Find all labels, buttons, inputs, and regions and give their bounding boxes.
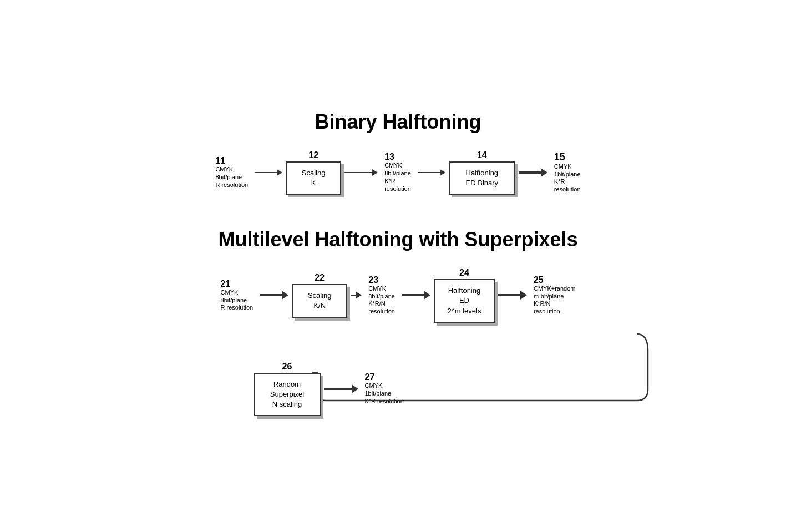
node-25-text: CMYK+randomm-bit/planeK*R/Nresolution [534, 285, 576, 316]
node-15-number: 15 [554, 151, 565, 163]
box-22-wrapper: 22 ScalingK/N [292, 284, 347, 317]
box-14-wrapper: 14 HalftoningED Binary [449, 161, 515, 195]
node-11: 11 CMYK8bit/planeR resolution [215, 156, 248, 189]
node-25-group: 25 CMYK+randomm-bit/planeK*R/Nresolution [530, 275, 579, 316]
box-22-text: ScalingK/N [308, 291, 332, 311]
node-15-text: CMYK1bit/planeK*Rresolution [554, 163, 581, 194]
box-14-text: HalftoningED Binary [466, 168, 499, 188]
box-26-text: RandomSuperpixelN scaling [270, 379, 304, 410]
box-12: ScalingK [286, 161, 341, 195]
box-14: HalftoningED Binary [449, 161, 515, 195]
node-21-number: 21 [221, 279, 231, 289]
box-12-wrapper: 12 ScalingK [286, 161, 341, 195]
node-21-text: CMYK8bit/planeR resolution [221, 289, 253, 312]
curve-section [165, 328, 631, 406]
node-13-text: CMYK8bit/planeK*Rresolution [384, 162, 411, 192]
node-11-number: 11 [215, 156, 225, 166]
diagram-container: Binary Halftoning 11 CMYK8bit/planeR res… [149, 94, 648, 439]
node-11-text: CMYK8bit/planeR resolution [215, 166, 248, 189]
node-23: 23 CMYK8bit/planeK*R/Nresolution [368, 275, 395, 316]
arrow-12-13 [344, 169, 378, 176]
arrow-14-15 [519, 168, 547, 177]
box-24: HalftoningED2^m levels [434, 279, 495, 323]
arrow-11-12 [255, 169, 282, 176]
box-26: RandomSuperpixelN scaling [254, 373, 321, 417]
section1-flow: 11 CMYK8bit/planeR resolution 12 Scaling… [165, 150, 631, 195]
box-24-wrapper: 24 HalftoningED2^m levels [434, 279, 495, 323]
arrow-22-23 [351, 292, 362, 298]
arrow-23-24 [402, 291, 430, 300]
node-15: 15 CMYK1bit/planeK*Rresolution [554, 151, 581, 194]
node-25-number: 25 [534, 275, 544, 285]
box-26-wrapper: 26 RandomSuperpixelN scaling [254, 373, 321, 417]
box-22: ScalingK/N [292, 284, 347, 317]
node-23-text: CMYK8bit/planeK*R/Nresolution [368, 285, 395, 316]
box-14-number: 14 [477, 150, 487, 160]
node-21: 21 CMYK8bit/planeR resolution [221, 279, 253, 312]
box-22-number: 22 [315, 273, 325, 283]
arrow-21-22 [260, 291, 288, 300]
section1-title: Binary Halftoning [165, 110, 631, 134]
node-25: 25 CMYK+randomm-bit/planeK*R/Nresolution [534, 275, 576, 316]
node-13-number: 13 [384, 152, 394, 162]
section-gap [165, 200, 631, 228]
node-13: 13 CMYK8bit/planeK*Rresolution [384, 152, 411, 192]
box-24-number: 24 [459, 268, 469, 278]
section2-flow: 21 CMYK8bit/planeR resolution 22 Scaling… [165, 268, 631, 323]
box-24-text: HalftoningED2^m levels [447, 286, 481, 316]
node-23-number: 23 [368, 275, 378, 285]
box-12-text: ScalingK [302, 168, 326, 188]
arrow-24-25 [498, 291, 527, 300]
arrow-13-14 [418, 169, 445, 176]
curve-svg [165, 328, 665, 406]
box-12-number: 12 [308, 150, 318, 160]
section2-title: Multilevel Halftoning with Superpixels [165, 228, 631, 251]
box-26-number: 26 [282, 362, 292, 372]
